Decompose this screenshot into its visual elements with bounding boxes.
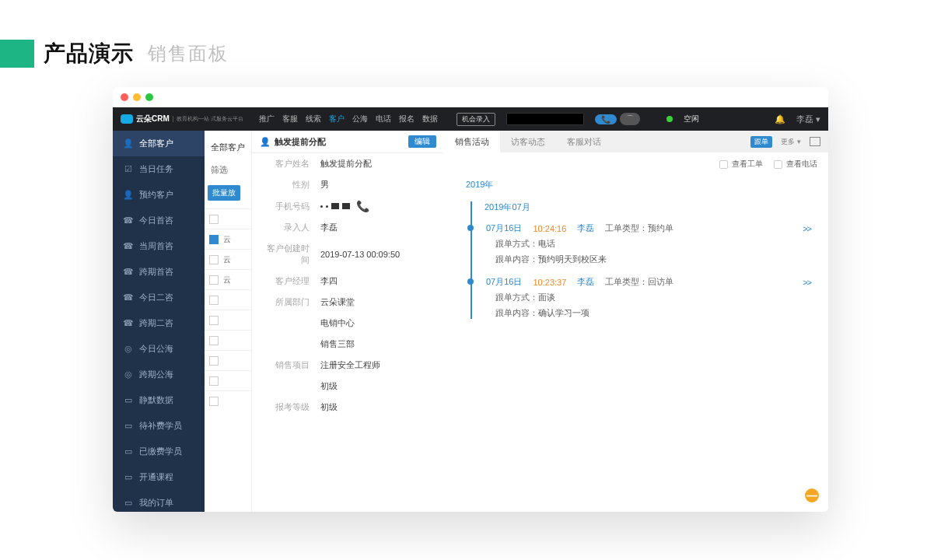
sidebar-item-cross-second-consult[interactable]: ☎跨期二咨 xyxy=(113,310,205,336)
sidebar-item-today-first-consult[interactable]: ☎今日首咨 xyxy=(113,208,205,233)
detail-header: 👤 触发提前分配 编辑 xyxy=(252,131,444,153)
detail-field: 录入人李磊 xyxy=(252,217,444,238)
sidebar-item-label: 今日公海 xyxy=(139,343,173,355)
checkbox-icon[interactable] xyxy=(209,215,219,224)
field-label: 客户姓名 xyxy=(260,158,310,170)
activity-tabs: 销售活动访客动态客服对话 跟单 更多 ▾ xyxy=(444,131,828,152)
nav-item-6[interactable]: 报名 xyxy=(399,114,415,123)
accent-block xyxy=(0,40,34,68)
sidebar-item-label: 待补费学员 xyxy=(139,420,182,432)
detail-field: 销售项目注册安全工程师 xyxy=(252,355,444,376)
table-row[interactable] xyxy=(205,310,251,330)
sidebar-item-booked-customers[interactable]: 👤预约客户 xyxy=(113,182,205,208)
sidebar-item-cross-pool[interactable]: ◎跨期公海 xyxy=(113,362,205,387)
nav-item-5[interactable]: 电话 xyxy=(376,114,391,123)
sidebar-item-week-first-consult[interactable]: ☎当周首咨 xyxy=(113,233,205,259)
user-menu[interactable]: 李磊 ▾ xyxy=(796,114,820,125)
filter-label[interactable]: 筛选 xyxy=(205,156,251,180)
minimize-dot-icon[interactable] xyxy=(133,93,141,101)
follow-button[interactable]: 跟单 xyxy=(750,136,772,148)
sidebar-item-label: 我的订单 xyxy=(139,497,173,509)
checkbox-icon[interactable] xyxy=(209,336,219,345)
batch-button[interactable]: 批量放 xyxy=(208,185,240,201)
table-row[interactable] xyxy=(205,390,251,411)
entry-time: 10:23:37 xyxy=(533,278,566,287)
sidebar-item-paid-students[interactable]: ▭已缴费学员 xyxy=(113,439,205,464)
field-value: 初级 xyxy=(320,401,338,413)
table-row[interactable] xyxy=(205,350,251,370)
table-row[interactable]: 云 xyxy=(205,249,251,269)
sidebar-item-label: 今日二咨 xyxy=(139,292,173,303)
person-icon: 👤 xyxy=(260,137,271,147)
expand-button[interactable]: >> xyxy=(803,278,811,287)
checkbox-icon[interactable] xyxy=(209,397,219,406)
brand-logo[interactable]: 云朵CRM 教育机构一站 式服务云平台 xyxy=(121,114,243,124)
row-text: 云 xyxy=(223,275,231,285)
status-dot-icon xyxy=(666,116,673,122)
expand-button[interactable]: >> xyxy=(803,224,811,233)
timeline-year: 2019年 xyxy=(466,179,811,191)
edit-button[interactable]: 编辑 xyxy=(408,135,436,148)
maximize-dot-icon[interactable] xyxy=(145,93,153,101)
table-row[interactable]: 云 xyxy=(205,269,251,289)
more-button[interactable]: 更多 ▾ xyxy=(777,136,805,148)
hangup-pill-button[interactable]: ⌒ xyxy=(620,113,640,125)
search-input[interactable] xyxy=(506,113,584,125)
table-row[interactable]: 云 xyxy=(205,229,251,249)
sidebar-item-today-pool[interactable]: ◎今日公海 xyxy=(113,336,205,362)
filter-phone[interactable]: 查看电话 xyxy=(774,159,817,170)
field-label: 报考等级 xyxy=(260,401,310,413)
sidebar-item-today-tasks[interactable]: ☑当日任务 xyxy=(113,156,205,182)
tab-0[interactable]: 销售活动 xyxy=(444,131,500,152)
entry-date: 07月16日 xyxy=(486,276,522,288)
close-dot-icon[interactable] xyxy=(121,93,128,101)
sidebar-item-label: 已缴费学员 xyxy=(139,446,182,457)
sidebar-item-pending-fee[interactable]: ▭待补费学员 xyxy=(113,413,205,439)
nav-item-3[interactable]: 客户 xyxy=(329,114,345,123)
page-title: 产品演示 xyxy=(44,39,134,68)
detail-field: 销售三部 xyxy=(252,334,444,355)
checkbox-icon[interactable] xyxy=(209,376,219,386)
nav-item-2[interactable]: 线索 xyxy=(306,114,321,123)
table-row[interactable] xyxy=(205,330,251,350)
tab-2[interactable]: 客服对话 xyxy=(556,131,612,152)
fab-button[interactable]: — xyxy=(805,488,819,502)
nav-item-1[interactable]: 客服 xyxy=(282,114,298,123)
sidebar-item-label: 跨期首咨 xyxy=(139,266,173,278)
field-label: 客户创建时间 xyxy=(260,243,310,266)
sidebar-item-label: 今日首咨 xyxy=(139,215,173,226)
sidebar-item-silent-data[interactable]: ▭静默数据 xyxy=(113,387,205,413)
table-row[interactable] xyxy=(205,208,251,229)
phone-pill-button[interactable]: 📞 xyxy=(595,114,617,124)
phone-icon[interactable]: 📞 xyxy=(356,200,369,212)
sidebar-item-cross-first-consult[interactable]: ☎跨期首咨 xyxy=(113,259,205,285)
checkbox-icon[interactable] xyxy=(209,275,219,285)
app-body: 👤全部客户☑当日任务👤预约客户☎今日首咨☎当周首咨☎跨期首咨☎今日二咨☎跨期二咨… xyxy=(113,131,828,512)
sidebar-item-today-second-consult[interactable]: ☎今日二咨 xyxy=(113,285,205,310)
tab-1[interactable]: 访客动态 xyxy=(500,131,556,152)
sidebar-item-label: 静默数据 xyxy=(139,394,173,406)
checkbox-icon[interactable] xyxy=(209,356,219,366)
bell-icon[interactable]: 🔔 xyxy=(775,114,785,124)
field-value: 电销中心 xyxy=(320,317,355,329)
opportunity-button[interactable]: 机会录入 xyxy=(457,113,495,126)
nav-item-0[interactable]: 推广 xyxy=(259,114,275,123)
checkbox-icon[interactable] xyxy=(209,255,219,264)
panel-toggle-icon[interactable] xyxy=(810,137,820,146)
nav-item-4[interactable]: 公海 xyxy=(352,114,368,123)
checkbox-icon[interactable] xyxy=(209,316,219,325)
sidebar: 👤全部客户☑当日任务👤预约客户☎今日首咨☎当周首咨☎跨期首咨☎今日二咨☎跨期二咨… xyxy=(113,131,205,512)
table-row[interactable] xyxy=(205,370,251,390)
brand-name: 云朵CRM xyxy=(136,114,170,124)
detail-field: 客户姓名触发提前分配 xyxy=(252,153,444,174)
checkbox-icon[interactable] xyxy=(209,235,219,244)
filter-ticket[interactable]: 查看工单 xyxy=(719,159,763,170)
checkbox-icon[interactable] xyxy=(209,296,219,305)
sidebar-item-open-courses[interactable]: ▭开通课程 xyxy=(113,464,205,490)
sidebar-item-all-customers[interactable]: 👤全部客户 xyxy=(113,131,205,156)
table-row[interactable] xyxy=(205,289,251,310)
sidebar-item-my-orders[interactable]: ▭我的订单 xyxy=(113,490,205,512)
nav-item-7[interactable]: 数据 xyxy=(422,114,438,123)
sidebar-item-label: 跨期公海 xyxy=(139,369,173,380)
brand-tagline: 教育机构一站 式服务云平台 xyxy=(173,116,243,122)
